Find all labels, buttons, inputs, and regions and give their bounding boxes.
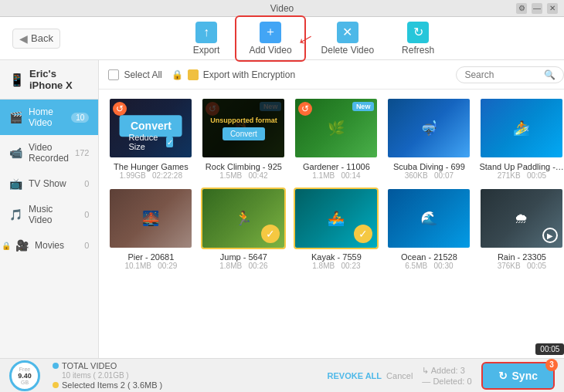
search-input[interactable]: [464, 69, 539, 80]
close-btn[interactable]: ✕: [547, 3, 558, 14]
storage-free-label: Free: [19, 367, 30, 372]
lock-icon: 🔒: [2, 242, 11, 250]
storage-value: 9.40: [18, 372, 32, 380]
video-thumb-gardener: 🌿 ↺ New: [294, 97, 379, 159]
video-info-pier: Pier - 20681 10.1MB 00:29: [124, 252, 177, 270]
total-video-label: TOTAL VIDEO: [62, 361, 117, 370]
sidebar: 📱 Eric's iPhone X 🎬 Home Video 10 📹 Vide…: [0, 60, 99, 358]
select-all-checkbox[interactable]: [108, 69, 119, 80]
select-all-label[interactable]: Select All: [108, 69, 161, 80]
sidebar-item-tv-show[interactable]: 📺 TV Show 0: [0, 171, 98, 197]
reduce-checkbox[interactable]: ✓: [166, 137, 174, 147]
revoke-all-button[interactable]: REVOKE ALL: [328, 371, 382, 380]
reduce-size-label: Reduce Size: [128, 133, 161, 151]
video-meta-ocean: 6.5MB 00:30: [401, 262, 457, 270]
duration-badge: 00:05: [535, 343, 564, 355]
video-card-rock-climbing[interactable]: 🧗 ↺ New Unsupported format Convert Rock …: [201, 97, 286, 180]
video-grid: 🔥 ↺ Convert Reduce Size ✓ The Hunger Gam…: [99, 90, 564, 358]
video-card-kayak[interactable]: 🚣 ✓ Kayak - 7559 1.8MB 00:23: [294, 188, 379, 270]
video-thumb-paddle: 🏄: [479, 97, 564, 159]
search-icon: 🔍: [544, 69, 556, 80]
video-card-jump[interactable]: 🏃 ✓ Jump - 5647 1.8MB 00:26: [201, 188, 286, 270]
export-button[interactable]: ↑ Export: [181, 17, 233, 60]
video-name-paddle: Stand Up Paddling - ...: [479, 162, 564, 171]
export-encrypt-button[interactable]: 🔒 Export with Encryption: [172, 69, 295, 80]
refresh-button[interactable]: ↻ Refresh: [389, 17, 447, 60]
encrypt-checkbox[interactable]: [188, 69, 199, 80]
video-meta-hunger-games: 1.99GB 02:22:28: [114, 171, 189, 180]
content-toolbar: Select All 🔒 Export with Encryption 🔍: [99, 60, 564, 90]
sidebar-item-label-music-video: Music Video: [29, 204, 78, 225]
title-bar-text: Video: [270, 3, 294, 14]
video-info-gardener: Gardener - 11006 1.1MB 00:14: [303, 162, 370, 180]
add-video-icon: ＋: [260, 22, 281, 43]
thumb-bg-scuba: 🤿: [388, 99, 470, 157]
sidebar-item-label-movies: Movies: [35, 240, 64, 251]
video-recorded-icon: 📹: [9, 147, 22, 159]
video-card-scuba[interactable]: 🤿 Scuba Diving - 699 360KB 00:07: [386, 97, 471, 180]
export-icon: ↑: [195, 22, 217, 43]
video-name-scuba: Scuba Diving - 699: [393, 162, 465, 171]
delete-video-button[interactable]: ✕ Delete Video: [309, 17, 387, 60]
delete-video-icon: ✕: [337, 22, 358, 43]
music-video-count: 0: [84, 210, 89, 219]
video-info-kayak: Kayak - 7559 1.8MB 00:23: [311, 252, 362, 270]
revoke-separator: Cancel: [386, 371, 413, 380]
toolbar: ◀ Back ↑ Export ＋ Add Video ✕ Delete Vid…: [0, 17, 564, 60]
video-meta-rock: 1.5MB 00:42: [206, 171, 282, 180]
bottom-detail: ↳ Added: 3 — Deleted: 0: [422, 366, 471, 386]
back-button[interactable]: ◀ Back: [12, 29, 60, 49]
thumb-bg-ocean: 🌊: [388, 189, 470, 248]
refresh-label: Refresh: [402, 45, 434, 56]
thumb-bg-pier: 🌉: [110, 189, 192, 248]
sidebar-item-label-home-video: Home Video: [29, 106, 65, 128]
video-meta-scuba: 360KB 00:07: [393, 171, 465, 180]
sidebar-item-video-recorded[interactable]: 📹 Video Recorded 172: [0, 135, 98, 171]
video-card-paddle[interactable]: 🏄 Stand Up Paddling - ... 271KB 00:05: [479, 97, 564, 180]
export-label: Export: [193, 45, 220, 56]
video-card-rain[interactable]: 🌧 ▶ Rain - 23305 376KB 00:05: [479, 188, 564, 270]
export-encrypt-text: Export with Encryption: [203, 69, 295, 80]
sync-badge: 3: [545, 359, 558, 371]
sync-label: Sync: [512, 370, 538, 382]
video-card-gardener[interactable]: 🌿 ↺ New Gardener - 11006 1.1MB 00:14: [294, 97, 379, 180]
bottom-stats: TOTAL VIDEO 10 items ( 2.01GB ) Selected…: [53, 361, 162, 390]
title-bar: Video ⚙ — ✕: [0, 0, 564, 17]
sidebar-item-home-video[interactable]: 🎬 Home Video 10: [0, 100, 98, 135]
reduce-size-row: Reduce Size ✓: [128, 133, 173, 151]
video-info-rock: Rock Climbing - 925 1.5MB 00:42: [206, 162, 282, 180]
tv-show-icon: 📺: [9, 177, 22, 190]
total-video-detail: 10 items ( 2.01GB ): [53, 371, 162, 380]
video-card-hunger-games[interactable]: 🔥 ↺ Convert Reduce Size ✓ The Hunger Gam…: [108, 97, 193, 180]
settings-icon[interactable]: ⚙: [516, 3, 527, 14]
video-info-jump: Jump - 5647 1.8MB 00:26: [219, 252, 267, 270]
sidebar-item-movies[interactable]: 🔒 🎥 Movies 0: [0, 232, 98, 259]
minimize-btn[interactable]: —: [532, 3, 542, 14]
video-info-scuba: Scuba Diving - 699 360KB 00:07: [393, 162, 465, 180]
movies-count: 0: [84, 241, 89, 250]
lock-encrypt-icon: 🔒: [172, 69, 183, 80]
revoke-all-section: REVOKE ALL Cancel: [328, 371, 413, 380]
device-icon: 📱: [9, 73, 25, 87]
sidebar-item-music-video[interactable]: 🎵 Music Video 0: [0, 197, 98, 232]
video-thumb-hunger-games: 🔥 ↺ Convert Reduce Size ✓: [108, 97, 193, 159]
video-thumb-kayak: 🚣 ✓: [294, 188, 379, 249]
video-info-hunger-games: The Hunger Games 1.99GB 02:22:28: [114, 162, 189, 180]
video-meta-rain: 376KB 00:05: [498, 262, 546, 270]
video-name-hunger-games: The Hunger Games: [114, 162, 189, 171]
sync-button[interactable]: ↻ Sync 3: [481, 362, 555, 390]
back-arrow-icon: ◀: [19, 32, 28, 45]
video-card-pier[interactable]: 🌉 Pier - 20681 10.1MB 00:29: [108, 188, 193, 270]
refresh-icon: ↻: [407, 22, 429, 43]
video-card-ocean[interactable]: 🌊 Ocean - 21528 6.5MB 00:30: [386, 188, 471, 270]
video-name-pier: Pier - 20681: [124, 252, 177, 262]
video-name-jump: Jump - 5647: [219, 252, 267, 262]
total-video-stat: TOTAL VIDEO: [53, 361, 162, 370]
sync-icon: ↻: [498, 370, 508, 382]
thumb-bg-paddle: 🏄: [481, 99, 562, 157]
convert-button-rock[interactable]: Convert: [223, 127, 265, 140]
total-video-dot: [53, 363, 59, 369]
music-video-icon: 🎵: [9, 208, 22, 221]
video-thumb-jump: 🏃 ✓: [201, 188, 286, 249]
video-meta-pier: 10.1MB 00:29: [124, 262, 177, 270]
